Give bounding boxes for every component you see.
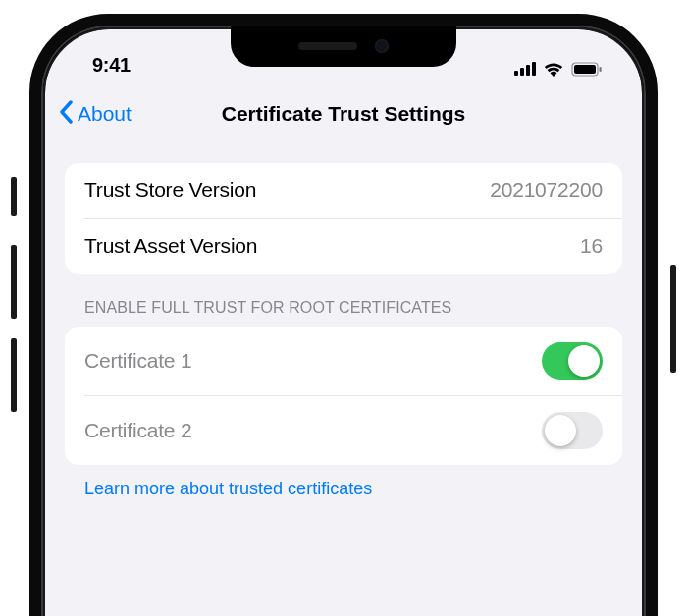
phone-volume-up bbox=[11, 245, 17, 319]
cellular-icon bbox=[514, 62, 536, 76]
svg-rect-1 bbox=[520, 68, 524, 76]
learn-more-link[interactable]: Learn more about trusted certificates bbox=[65, 465, 622, 499]
trust-store-version-value: 2021072200 bbox=[490, 179, 603, 202]
certificate-1-label: Certificate 1 bbox=[84, 349, 191, 373]
status-time: 9:41 bbox=[92, 54, 131, 77]
svg-rect-0 bbox=[514, 71, 518, 76]
trust-asset-version-value: 16 bbox=[580, 234, 603, 258]
svg-rect-5 bbox=[574, 65, 596, 74]
phone-notch bbox=[231, 26, 456, 67]
version-group: Trust Store Version 2021072200 Trust Ass… bbox=[65, 163, 622, 274]
certificates-group: Certificate 1 Certificate 2 bbox=[65, 327, 622, 465]
phone-power-button bbox=[670, 265, 676, 373]
phone-volume-down bbox=[11, 338, 17, 412]
trust-store-version-row: Trust Store Version 2021072200 bbox=[65, 163, 622, 218]
trust-asset-version-row: Trust Asset Version 16 bbox=[84, 218, 622, 274]
back-button[interactable]: About bbox=[59, 100, 132, 128]
speaker-grille bbox=[298, 42, 357, 50]
phone-mute-switch bbox=[11, 177, 17, 216]
nav-bar: About Certificate Trust Settings bbox=[45, 82, 642, 145]
certificate-1-toggle[interactable] bbox=[542, 342, 603, 380]
svg-rect-3 bbox=[532, 62, 536, 76]
certificate-2-toggle[interactable] bbox=[542, 412, 603, 449]
phone-frame: 9:41 bbox=[29, 14, 658, 616]
svg-rect-6 bbox=[600, 67, 602, 72]
page-title: Certificate Trust Settings bbox=[61, 102, 626, 126]
battery-icon bbox=[571, 62, 603, 77]
svg-rect-2 bbox=[526, 65, 530, 76]
front-camera bbox=[375, 39, 389, 53]
back-label: About bbox=[78, 102, 132, 126]
certificate-row-1: Certificate 1 bbox=[65, 327, 622, 395]
status-icons bbox=[514, 61, 603, 77]
certificate-row-2: Certificate 2 bbox=[84, 395, 622, 465]
trust-section-header: ENABLE FULL TRUST FOR ROOT CERTIFICATES bbox=[65, 274, 622, 327]
certificate-2-label: Certificate 2 bbox=[84, 419, 191, 442]
trust-store-version-label: Trust Store Version bbox=[84, 179, 256, 202]
wifi-icon bbox=[543, 61, 564, 77]
trust-asset-version-label: Trust Asset Version bbox=[84, 234, 257, 258]
screen: 9:41 bbox=[45, 29, 642, 616]
chevron-left-icon bbox=[59, 100, 78, 128]
